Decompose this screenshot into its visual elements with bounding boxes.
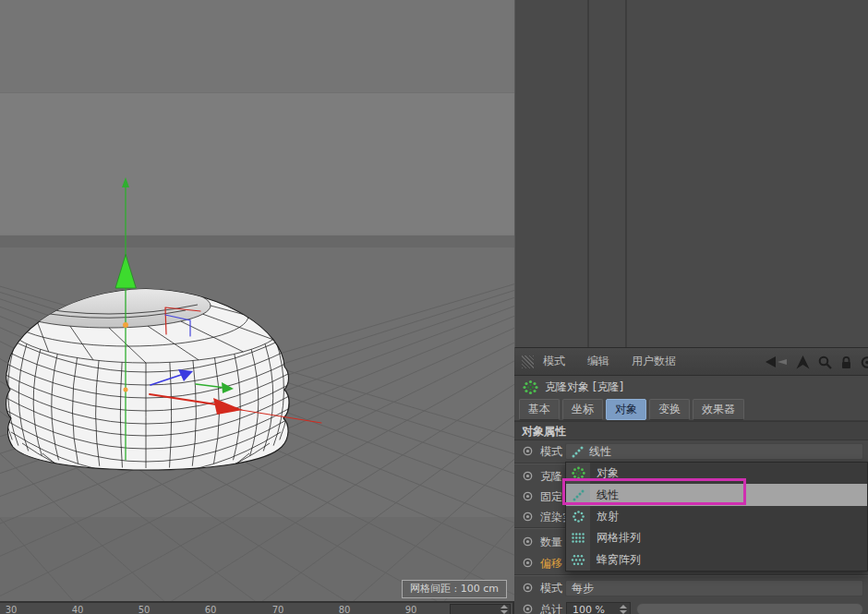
- total-value: 100 %: [573, 604, 605, 614]
- tab-transform[interactable]: 变换: [649, 399, 690, 420]
- keyframe-dot-icon[interactable]: [523, 558, 533, 568]
- object-title: 克隆对象 [克隆]: [545, 379, 623, 395]
- honeycomb-array-mode-icon: [566, 549, 590, 571]
- linear-mode-icon: [566, 484, 590, 505]
- mode-value: 线性: [589, 444, 611, 460]
- row-total: 总计 100 %: [514, 599, 868, 614]
- keyframe-dot-icon[interactable]: [523, 583, 533, 593]
- history-back-icon[interactable]: [764, 355, 788, 368]
- tab-coordinates[interactable]: 坐标: [562, 399, 603, 420]
- offset-label: 偏移: [540, 556, 562, 572]
- focus-target-icon[interactable]: [861, 355, 868, 369]
- count-label: 数量: [540, 535, 562, 550]
- keyframe-dot-icon[interactable]: [523, 491, 533, 501]
- keyframe-dot-icon[interactable]: [523, 536, 533, 547]
- dropdown-item-label: 蜂窝阵列: [597, 552, 641, 568]
- keyframe-dot-icon[interactable]: [523, 471, 533, 481]
- dropdown-item-label: 网格排列: [597, 530, 641, 546]
- timeline-tick: 50: [133, 605, 155, 614]
- dropdown-item-label: 线性: [597, 488, 619, 503]
- value-stepper-icon[interactable]: [620, 605, 627, 614]
- row-mode: 模式 线性: [514, 441, 868, 462]
- menu-edit[interactable]: 编辑: [587, 354, 609, 369]
- tab-effectors[interactable]: 效果器: [693, 399, 744, 420]
- tab-object[interactable]: 对象: [606, 399, 646, 420]
- dropdown-item-grid-array[interactable]: 网格排列: [566, 527, 867, 548]
- lock-icon[interactable]: [840, 355, 852, 369]
- menubar-icons: [764, 348, 868, 376]
- current-frame-box[interactable]: [450, 604, 511, 614]
- panel-column-divider: [625, 0, 627, 347]
- step-mode-label: 模式: [540, 581, 562, 596]
- menu-userdata[interactable]: 用户数据: [632, 354, 676, 369]
- timeline-tick: 80: [333, 605, 356, 614]
- mode-label: 模式: [540, 444, 562, 460]
- clones-label: 克隆: [540, 469, 562, 485]
- object-manager-panel[interactable]: [514, 0, 868, 348]
- step-mode-value: 每步: [572, 581, 594, 596]
- total-label: 总计: [540, 602, 562, 614]
- menu-mode[interactable]: 模式: [543, 354, 565, 369]
- mode-dropdown-button[interactable]: 线性: [565, 443, 863, 460]
- timeline-tick: 30: [0, 605, 22, 614]
- step-mode-dropdown[interactable]: 每步: [565, 580, 863, 596]
- linear-mode-icon: [571, 445, 585, 459]
- app-window: 网格间距 : 100 cm 30 40 50 60 70 80 90 模式 编辑…: [0, 0, 868, 614]
- mode-dropdown-menu: 对象 线性 放射 网格排列: [565, 462, 868, 572]
- viewport-canvas[interactable]: [0, 0, 514, 601]
- arrow-up-icon[interactable]: [796, 355, 810, 369]
- keyframe-dot-icon[interactable]: [523, 604, 533, 614]
- timeline-ruler[interactable]: 30 40 50 60 70 80 90: [0, 601, 514, 614]
- row-separator: [514, 574, 868, 576]
- panel-grip-icon[interactable]: [522, 355, 534, 368]
- attribute-tabs: 基本 坐标 对象 变换 效果器: [514, 398, 868, 421]
- dropdown-item-label: 放射: [597, 509, 619, 524]
- viewport-3d[interactable]: 网格间距 : 100 cm: [0, 0, 514, 601]
- dropdown-item-object[interactable]: 对象: [566, 463, 867, 484]
- row-step-mode: 模式 每步: [514, 578, 868, 598]
- section-object-properties: 对象属性: [514, 421, 868, 440]
- timeline-tick: 60: [199, 605, 222, 614]
- object-mode-icon: [566, 463, 590, 484]
- attribute-menubar: 模式 编辑 用户数据: [514, 348, 868, 376]
- frame-stepper-icon[interactable]: [500, 605, 508, 614]
- dropdown-item-label: 对象: [597, 465, 619, 481]
- cloner-object-icon: [523, 379, 538, 395]
- dropdown-item-linear[interactable]: 线性: [566, 484, 867, 505]
- grid-spacing-label: 网格间距 : 100 cm: [402, 580, 507, 598]
- search-icon[interactable]: [818, 355, 832, 369]
- object-title-row: 克隆对象 [克隆]: [514, 376, 868, 398]
- keyframe-dot-icon[interactable]: [523, 446, 533, 456]
- grid-array-mode-icon: [566, 527, 590, 548]
- dropdown-item-radial[interactable]: 放射: [566, 506, 867, 527]
- timeline-tick: 40: [66, 605, 89, 614]
- panel-column-divider: [587, 0, 589, 347]
- total-slider[interactable]: [636, 603, 863, 614]
- keyframe-dot-icon[interactable]: [523, 512, 533, 522]
- timeline-tick: 70: [267, 605, 289, 614]
- radial-mode-icon: [566, 506, 590, 527]
- tab-basic[interactable]: 基本: [519, 399, 560, 420]
- dropdown-item-honeycomb-array[interactable]: 蜂窝阵列: [566, 549, 867, 571]
- timeline-tick: 90: [400, 605, 422, 614]
- total-value-field[interactable]: 100 %: [566, 602, 631, 614]
